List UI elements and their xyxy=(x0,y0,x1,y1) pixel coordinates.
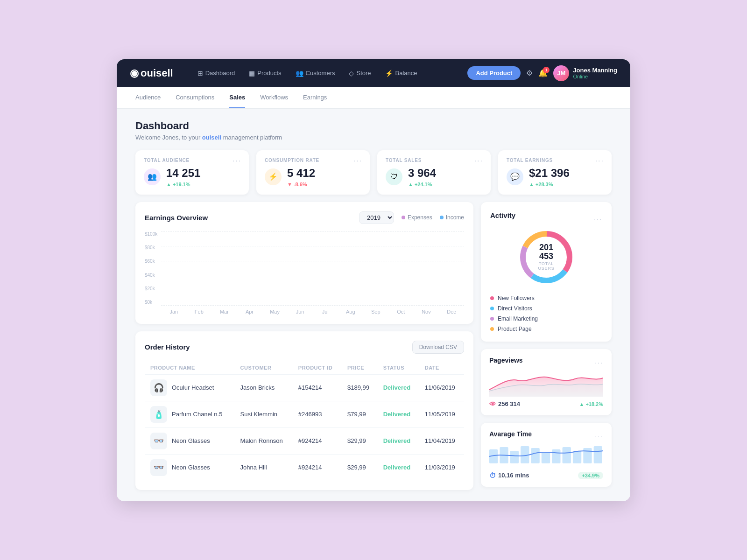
donut-label: TOTAL USERS xyxy=(531,261,562,271)
pv-change-arrow: ▲ xyxy=(579,401,584,407)
product-cell-2: 👓 Neon Glasses xyxy=(145,427,235,454)
chart-label-Oct: Oct xyxy=(388,309,414,315)
stat-label-audience: TOTAL AUDIENCE xyxy=(144,158,240,163)
notifications-button[interactable]: 🔔 1 xyxy=(538,69,548,77)
product-thumb-1: 🧴 xyxy=(150,406,167,423)
user-text: Jones Manning Online xyxy=(573,67,617,79)
svg-rect-9 xyxy=(542,452,550,463)
left-col: Earnings Overview 2019 2020 2021 Expense xyxy=(135,202,473,490)
chart-label-Jun: Jun xyxy=(288,309,313,315)
order-title: Order History xyxy=(145,343,190,351)
chart-label-Feb: Feb xyxy=(186,309,211,315)
y-axis: $100k $80k $60k $40k $20k $0k xyxy=(145,231,157,306)
visitors-label: Direct Visitors xyxy=(498,305,532,312)
expenses-label: Expenses xyxy=(408,214,432,221)
legend-item-visitors: Direct Visitors xyxy=(490,305,602,312)
order-table: Product Name Customer Product ID Price S… xyxy=(145,361,464,481)
earnings-chart-card: Earnings Overview 2019 2020 2021 Expense xyxy=(135,202,473,324)
email-circle xyxy=(490,317,494,321)
app-container: ◉ ouisell ⊞ Dashbaord ▦ Products 👥 Custo… xyxy=(117,59,630,501)
chart-label-Mar: Mar xyxy=(211,309,237,315)
stat-card-dots-4[interactable]: ··· xyxy=(595,157,604,165)
pageviews-dots[interactable]: ··· xyxy=(595,359,603,366)
activity-card: Activity ··· 201 453 xyxy=(481,202,612,342)
date-1: 11/05/2019 xyxy=(419,401,464,427)
chart-label-Nov: Nov xyxy=(414,309,439,315)
customer-1: Susi Klemmin xyxy=(235,401,293,427)
stat-value-earnings: $21 396 xyxy=(529,167,570,180)
tab-consumptions[interactable]: Consumptions xyxy=(176,87,214,108)
table-row: 👓 Neon Glasses Malon Ronnson #924214 $29… xyxy=(145,427,464,454)
activity-dots[interactable]: ··· xyxy=(594,215,602,223)
chart-labels: JanFebMarAprMayJunJulAugSepOctNovDec xyxy=(161,309,464,315)
subtitle-suffix: management platform xyxy=(221,134,282,141)
tab-sales[interactable]: Sales xyxy=(229,87,245,108)
date-2: 11/04/2019 xyxy=(419,427,464,454)
donut-container: 201 453 TOTAL USERS xyxy=(490,227,602,287)
products-icon: ▦ xyxy=(249,70,255,77)
tab-earnings[interactable]: Earnings xyxy=(303,87,327,108)
pageviews-footer: 👁 256 314 ▲ +18.2% xyxy=(489,400,603,408)
subtitle-prefix: Welcome Jones, to your xyxy=(135,134,202,141)
nav-balance[interactable]: ⚡ Balance xyxy=(380,67,423,80)
sub-nav: Audience Consumptions Sales Workflows Ea… xyxy=(117,87,630,109)
page-subtitle: Welcome Jones, to your ouisell managemen… xyxy=(135,134,612,141)
page-title: Dashboard xyxy=(135,120,612,132)
year-select[interactable]: 2019 2020 2021 xyxy=(359,211,394,224)
bar-chart xyxy=(161,231,464,306)
chart-label-Jul: Jul xyxy=(313,309,338,315)
tab-audience[interactable]: Audience xyxy=(135,87,161,108)
product-thumb-0: 🎧 xyxy=(150,379,167,396)
svg-rect-10 xyxy=(552,449,560,463)
income-dot xyxy=(440,216,444,219)
activity-legend: New Followers Direct Visitors Email Mark… xyxy=(490,295,602,332)
chart-label-Aug: Aug xyxy=(338,309,363,315)
chart-header-right: 2019 2020 2021 Expenses xyxy=(359,211,464,224)
stat-change-earnings: ▲ +28.3% xyxy=(529,182,570,187)
legend-item-product: Product Page xyxy=(490,326,602,332)
pageviews-chart xyxy=(489,369,603,397)
nav-products-label: Products xyxy=(257,70,281,77)
pageviews-value: 👁 256 314 xyxy=(489,400,520,408)
status-0: Delivered xyxy=(378,374,419,401)
tab-workflows[interactable]: Workflows xyxy=(260,87,288,108)
stat-card-dots[interactable]: ··· xyxy=(233,157,241,165)
nav-right: Add Product ⚙ 🔔 1 JM Jones Manning Onlin… xyxy=(467,65,617,81)
lower-grid: Earnings Overview 2019 2020 2021 Expense xyxy=(135,202,612,490)
stat-label-earnings: TOTAL EARNINGS xyxy=(507,158,603,163)
chart-label-Sep: Sep xyxy=(363,309,388,315)
chart-header: Earnings Overview 2019 2020 2021 Expense xyxy=(145,211,464,224)
date-3: 11/03/2019 xyxy=(419,454,464,481)
status-2: Delivered xyxy=(378,427,419,454)
table-row: 👓 Neon Glasses Johna Hill #924214 $29,99… xyxy=(145,454,464,481)
stat-icon-consumption: ⚡ xyxy=(265,168,282,185)
svg-rect-8 xyxy=(531,448,539,463)
add-product-button[interactable]: Add Product xyxy=(467,66,521,80)
product-name-3: Neon Glasses xyxy=(172,464,210,471)
stat-card-dots-2[interactable]: ··· xyxy=(353,157,362,165)
donut-wrapper: 201 453 TOTAL USERS xyxy=(516,227,577,287)
avatar: JM xyxy=(553,65,569,81)
stat-change-sales: ▲ +24.1% xyxy=(408,182,436,187)
settings-button[interactable]: ⚙ xyxy=(526,69,533,77)
avgtime-footer: ⏱ 10,16 mins +34.9% xyxy=(489,472,603,479)
avgtime-card: Avarage Time ··· xyxy=(481,423,612,487)
nav-dashboard[interactable]: ⊞ Dashbaord xyxy=(192,67,241,80)
download-csv-button[interactable]: Download CSV xyxy=(412,341,464,354)
nav-customers[interactable]: 👥 Customers xyxy=(290,67,341,80)
col-status: Status xyxy=(378,361,419,375)
product-cell-3: 👓 Neon Glasses xyxy=(145,454,235,481)
nav-store[interactable]: ◇ Store xyxy=(343,67,376,80)
nav-products[interactable]: ▦ Products xyxy=(243,67,287,80)
bars-container: JanFebMarAprMayJunJulAugSepOctNovDec xyxy=(161,231,464,315)
balance-icon: ⚡ xyxy=(385,70,393,77)
order-header: Order History Download CSV xyxy=(145,341,464,354)
stat-card-dots-3[interactable]: ··· xyxy=(474,157,483,165)
svg-rect-13 xyxy=(583,448,592,463)
email-label: Email Marketing xyxy=(498,315,538,322)
logo: ◉ ouisell xyxy=(130,67,173,79)
avgtime-value: ⏱ 10,16 mins xyxy=(489,472,529,479)
avgtime-dots[interactable]: ··· xyxy=(595,433,603,440)
product-name-1: Parfum Chanel n.5 xyxy=(172,411,222,418)
stat-value-audience: 14 251 xyxy=(166,167,200,180)
